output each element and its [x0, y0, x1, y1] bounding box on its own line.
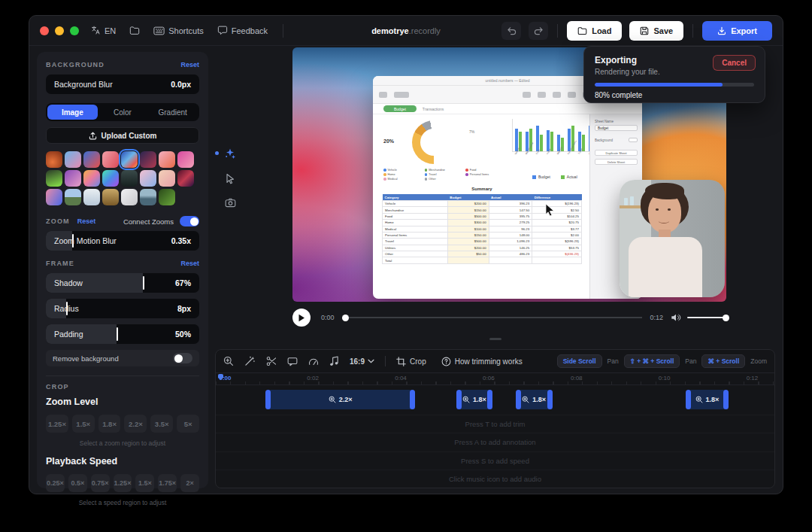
playback-speed-option[interactable]: 2× [180, 474, 199, 492]
background-color-well[interactable] [629, 138, 638, 142]
sheet-tab-budget[interactable]: Budget [383, 105, 417, 112]
projects-button[interactable] [129, 26, 140, 35]
load-button[interactable]: Load [567, 21, 622, 41]
background-thumbnail[interactable] [159, 189, 175, 205]
magic-wand-icon[interactable] [244, 356, 256, 366]
volume-handle[interactable] [723, 315, 729, 321]
background-thumbnail[interactable] [159, 151, 175, 168]
volume-icon[interactable] [671, 313, 681, 322]
background-thumbnail[interactable] [121, 151, 138, 168]
background-reset-link[interactable]: Reset [180, 61, 199, 68]
close-window-button[interactable] [40, 26, 49, 35]
timeline-ruler[interactable]: 0:000:020:040:060:080:100:12 [216, 372, 774, 385]
playback-speed-option[interactable]: 0.5× [68, 474, 87, 492]
zoom-level-option[interactable]: 3.5× [150, 415, 173, 433]
how-trimming-works-button[interactable]: How trimming works [441, 357, 523, 366]
background-thumbnail[interactable] [65, 170, 81, 187]
volume-slider[interactable] [687, 317, 726, 319]
remove-background-toggle[interactable] [173, 353, 192, 363]
zoom-level-option[interactable]: 1.5× [72, 415, 95, 433]
slider-handle[interactable] [143, 276, 144, 290]
webcam-overlay[interactable] [620, 180, 725, 297]
zoom-level-option[interactable]: 5× [177, 415, 199, 433]
annotation-icon[interactable] [287, 357, 298, 366]
upload-custom-button[interactable]: Upload Custom [46, 127, 199, 144]
background-thumbnail[interactable] [83, 189, 100, 205]
playback-speed-option[interactable]: 1.25× [114, 474, 132, 492]
export-button[interactable]: Export [702, 21, 772, 41]
tab-gradient[interactable]: Gradient [147, 105, 198, 120]
background-thumbnail[interactable] [121, 189, 138, 205]
timeline-hint-lane[interactable]: Press T to add trim [216, 415, 774, 433]
music-note-icon[interactable] [329, 356, 339, 366]
slider-handle[interactable] [117, 327, 118, 341]
speed-gauge-icon[interactable] [308, 357, 319, 366]
timeline-zoom-region[interactable]: 2.2× [266, 390, 415, 409]
background-thumbnail[interactable] [177, 151, 194, 168]
zoom-in-icon[interactable] [223, 356, 234, 366]
sheet-name-input[interactable]: Budget [595, 125, 638, 131]
zoom-motion-blur-slider[interactable]: Zoom Motion Blur 0.35x [46, 231, 199, 251]
background-thumbnail[interactable] [140, 151, 156, 168]
language-switcher[interactable]: EN [91, 26, 116, 35]
frame-slider-padding[interactable]: Padding50% [46, 324, 199, 344]
background-thumbnail[interactable] [46, 189, 62, 205]
timeline-hint-lane[interactable]: Press A to add annotation [216, 433, 774, 451]
cancel-export-button[interactable]: Cancel [713, 55, 756, 71]
frame-slider-radius[interactable]: Radius8px [46, 299, 199, 318]
seek-handle[interactable] [342, 315, 349, 321]
background-thumbnail[interactable] [102, 151, 119, 168]
play-button[interactable] [292, 309, 311, 327]
zoom-level-option[interactable]: 1.8× [98, 415, 121, 433]
effects-tool-button[interactable] [224, 147, 236, 160]
panel-resize-handle[interactable] [489, 338, 501, 340]
background-thumbnail[interactable] [121, 170, 138, 187]
background-thumbnail[interactable] [46, 151, 62, 168]
feedback-button[interactable]: Feedback [217, 26, 268, 35]
playback-speed-option[interactable]: 1.5× [135, 474, 154, 492]
frame-slider-shadow[interactable]: Shadow67% [46, 273, 199, 293]
zoom-reset-link[interactable]: Reset [77, 217, 96, 225]
background-thumbnail[interactable] [83, 170, 100, 187]
save-button[interactable]: Save [629, 21, 683, 41]
background-thumbnail[interactable] [102, 170, 119, 187]
background-thumbnail[interactable] [65, 151, 81, 168]
playback-speed-option[interactable]: 0.25× [46, 474, 65, 492]
undo-button[interactable] [501, 22, 521, 40]
background-thumbnail[interactable] [46, 170, 62, 187]
cursor-tool-button[interactable] [225, 173, 235, 184]
camera-tool-button[interactable] [225, 198, 236, 208]
timeline-hint-lane[interactable]: Click music icon to add audio [216, 470, 774, 488]
background-thumbnail[interactable] [140, 189, 156, 205]
seek-bar[interactable] [342, 317, 643, 318]
playback-speed-option[interactable]: 1.75× [158, 474, 177, 492]
maximize-window-button[interactable] [70, 26, 79, 35]
duplicate-sheet-button[interactable]: Duplicate Sheet [595, 150, 638, 156]
sheet-tab-transactions[interactable]: Transactions [423, 107, 444, 111]
background-thumbnail[interactable] [159, 170, 175, 187]
frame-reset-link[interactable]: Reset [180, 260, 199, 267]
background-thumbnail[interactable] [83, 151, 100, 168]
redo-button[interactable] [529, 22, 548, 40]
tab-color[interactable]: Color [98, 105, 148, 120]
zoom-level-option[interactable]: 1.25× [46, 415, 68, 433]
background-thumbnail[interactable] [65, 189, 81, 205]
aspect-ratio-dropdown[interactable]: 16:9 [350, 357, 374, 366]
timeline-zoom-region[interactable]: 1.8× [517, 390, 552, 409]
zoom-level-option[interactable]: 2.2× [124, 415, 147, 433]
background-thumbnail[interactable] [140, 170, 156, 187]
timeline-zoom-region[interactable]: 1.8× [686, 390, 729, 409]
background-thumbnail[interactable] [177, 170, 194, 187]
crop-button[interactable]: Crop [396, 357, 426, 366]
shortcuts-button[interactable]: Shortcuts [153, 26, 203, 35]
scissors-icon[interactable] [266, 356, 277, 366]
timeline-zoom-region[interactable]: 1.8× [457, 390, 492, 409]
delete-sheet-button[interactable]: Delete Sheet [595, 159, 638, 165]
timeline-hint-lane[interactable]: Press S to add speed [216, 451, 774, 470]
playback-speed-option[interactable]: 0.75× [91, 474, 110, 492]
connect-zooms-toggle[interactable] [180, 216, 199, 226]
minimize-window-button[interactable] [55, 26, 64, 35]
background-thumbnail[interactable] [102, 189, 119, 205]
background-blur-slider[interactable]: Background Blur 0.0px [46, 74, 199, 94]
tab-image[interactable]: Image [47, 105, 98, 120]
